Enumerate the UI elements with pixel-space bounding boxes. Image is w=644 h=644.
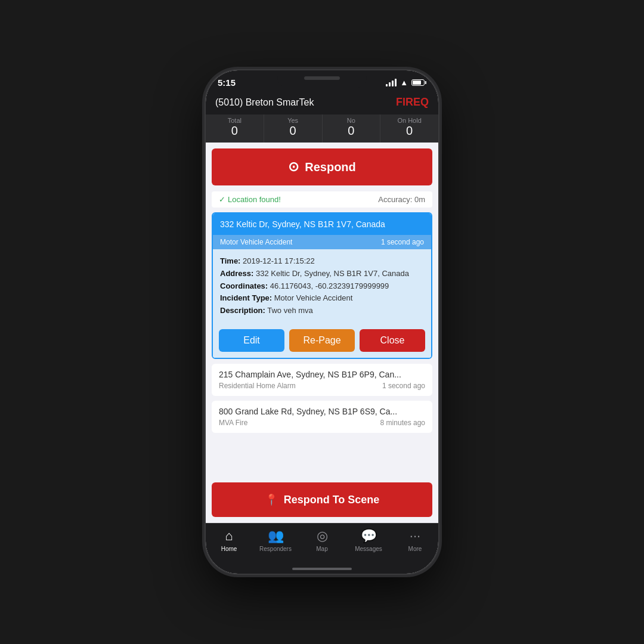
map-icon: ◎ bbox=[317, 528, 328, 544]
stat-no: No 0 bbox=[323, 114, 381, 143]
phone-shell: 5:15 ▲ bbox=[206, 70, 438, 574]
stat-yes-label: Yes bbox=[264, 117, 322, 124]
incident-2-meta: MVA Fire 8 minutes ago bbox=[219, 419, 425, 427]
stat-yes: Yes 0 bbox=[264, 114, 323, 143]
more-icon: ··· bbox=[410, 528, 420, 544]
respond-to-scene-button[interactable]: 📍 Respond To Scene bbox=[212, 482, 432, 517]
tab-map-label: Map bbox=[316, 546, 327, 552]
close-button[interactable]: Close bbox=[360, 329, 425, 352]
tab-responders[interactable]: 👥 Responders bbox=[252, 528, 299, 552]
location-found: ✓ Location found! bbox=[219, 195, 281, 204]
incident-address: 332 Keltic Dr, Sydney, NS B1R 1V7, Canad… bbox=[220, 219, 424, 229]
checkmark-icon: ✓ bbox=[219, 195, 225, 204]
incident-1-address: 215 Champlain Ave, Sydney, NS B1P 6P9, C… bbox=[219, 370, 425, 379]
stat-total: Total 0 bbox=[206, 114, 264, 143]
detail-coordinates-label: Coordinates: bbox=[220, 281, 268, 290]
tab-bar: ⌂ Home 👥 Responders ◎ Map 💬 Messages ···… bbox=[206, 523, 438, 564]
incident-item-2[interactable]: 800 Grand Lake Rd, Sydney, NS B1P 6S9, C… bbox=[212, 401, 432, 433]
responders-icon: 👥 bbox=[268, 528, 284, 544]
detail-description-value: Two veh mva bbox=[267, 306, 313, 315]
stat-yes-value: 0 bbox=[264, 124, 322, 138]
detail-address: Address: 332 Keltic Dr, Sydney, NS B1R 1… bbox=[220, 268, 424, 280]
respond-button-label: Respond bbox=[305, 160, 356, 174]
location-pin-icon: 📍 bbox=[265, 493, 278, 506]
incident-2-time: 8 minutes ago bbox=[380, 419, 425, 427]
respond-icon: ⊙ bbox=[288, 159, 299, 175]
fireq-logo: FIREQ bbox=[396, 96, 429, 109]
stat-onhold-label: On Hold bbox=[380, 117, 438, 124]
incident-1-time: 1 second ago bbox=[382, 382, 425, 390]
screen: 5:15 ▲ bbox=[206, 70, 438, 574]
incidents-list: 332 Keltic Dr, Sydney, NS B1R 1V7, Canad… bbox=[212, 212, 432, 478]
home-icon: ⌂ bbox=[225, 528, 233, 544]
detail-incident-type: Incident Type: Motor Vehicle Accident bbox=[220, 292, 424, 305]
tab-messages[interactable]: 💬 Messages bbox=[345, 528, 392, 552]
battery-icon bbox=[411, 79, 426, 86]
active-incident-card[interactable]: 332 Keltic Dr, Sydney, NS B1R 1V7, Canad… bbox=[212, 212, 432, 359]
detail-coordinates-value: 46.1176043, -60.23239179999999 bbox=[270, 281, 389, 290]
stats-bar: Total 0 Yes 0 No 0 On Hold 0 bbox=[206, 114, 438, 143]
notch bbox=[277, 70, 367, 88]
incident-meta: Motor Vehicle Accident 1 second ago bbox=[213, 235, 431, 249]
detail-coordinates: Coordinates: 46.1176043, -60.23239179999… bbox=[220, 280, 424, 293]
location-accuracy: Accuracy: 0m bbox=[378, 195, 425, 204]
location-found-text: Location found! bbox=[228, 195, 281, 204]
edit-button[interactable]: Edit bbox=[219, 329, 284, 352]
detail-incident-type-label: Incident Type: bbox=[220, 293, 272, 302]
speaker bbox=[304, 76, 340, 80]
home-indicator bbox=[206, 564, 438, 574]
detail-time-label: Time: bbox=[220, 256, 240, 265]
messages-icon: 💬 bbox=[361, 528, 377, 544]
tab-messages-label: Messages bbox=[355, 546, 382, 552]
incident-2-type: MVA Fire bbox=[219, 419, 247, 427]
tab-responders-label: Responders bbox=[259, 546, 292, 552]
stat-onhold: On Hold 0 bbox=[380, 114, 438, 143]
wifi-icon: ▲ bbox=[400, 78, 408, 87]
tab-map[interactable]: ◎ Map bbox=[299, 528, 345, 552]
incident-details: Time: 2019-12-11 17:15:22 Address: 332 K… bbox=[213, 249, 431, 323]
incident-type-label: Motor Vehicle Accident bbox=[220, 238, 292, 246]
incident-header: 332 Keltic Dr, Sydney, NS B1R 1V7, Canad… bbox=[213, 213, 431, 235]
detail-incident-type-value: Motor Vehicle Accident bbox=[274, 293, 353, 302]
incident-1-type: Residential Home Alarm bbox=[219, 382, 296, 390]
stat-total-label: Total bbox=[206, 117, 264, 124]
app-header: (5010) Breton SmarTek FIREQ bbox=[206, 92, 438, 114]
detail-description: Description: Two veh mva bbox=[220, 305, 424, 317]
app-title: (5010) Breton SmarTek bbox=[215, 97, 314, 108]
detail-address-label: Address: bbox=[220, 269, 253, 278]
detail-time: Time: 2019-12-11 17:15:22 bbox=[220, 255, 424, 268]
status-time: 5:15 bbox=[218, 78, 236, 88]
stat-no-label: No bbox=[323, 117, 380, 124]
incident-time: 1 second ago bbox=[381, 238, 424, 246]
incident-1-meta: Residential Home Alarm 1 second ago bbox=[219, 382, 425, 390]
fireq-logo-text: FIRE bbox=[396, 96, 420, 108]
status-icons: ▲ bbox=[386, 78, 426, 87]
stat-no-value: 0 bbox=[323, 124, 380, 138]
signal-icon bbox=[386, 79, 397, 86]
respond-button[interactable]: ⊙ Respond bbox=[212, 148, 432, 185]
stat-total-value: 0 bbox=[206, 124, 264, 138]
stat-onhold-value: 0 bbox=[380, 124, 438, 138]
incident-item-1[interactable]: 215 Champlain Ave, Sydney, NS B1P 6P9, C… bbox=[212, 364, 432, 396]
tab-home-label: Home bbox=[221, 546, 237, 552]
main-content: ⊙ Respond ✓ Location found! Accuracy: 0m… bbox=[206, 143, 438, 523]
detail-description-label: Description: bbox=[220, 306, 265, 315]
incident-2-address: 800 Grand Lake Rd, Sydney, NS B1P 6S9, C… bbox=[219, 407, 425, 416]
location-bar: ✓ Location found! Accuracy: 0m bbox=[212, 191, 432, 208]
tab-more[interactable]: ··· More bbox=[392, 528, 438, 552]
repage-button[interactable]: Re-Page bbox=[289, 329, 355, 352]
respond-scene-label: Respond To Scene bbox=[284, 494, 380, 506]
tab-more-label: More bbox=[408, 546, 422, 552]
home-indicator-bar bbox=[292, 568, 352, 570]
detail-time-value: 2019-12-11 17:15:22 bbox=[243, 256, 315, 265]
incident-actions: Edit Re-Page Close bbox=[213, 323, 431, 358]
tab-home[interactable]: ⌂ Home bbox=[206, 528, 252, 552]
detail-address-value: 332 Keltic Dr, Sydney, NS B1R 1V7, Canad… bbox=[256, 269, 409, 278]
